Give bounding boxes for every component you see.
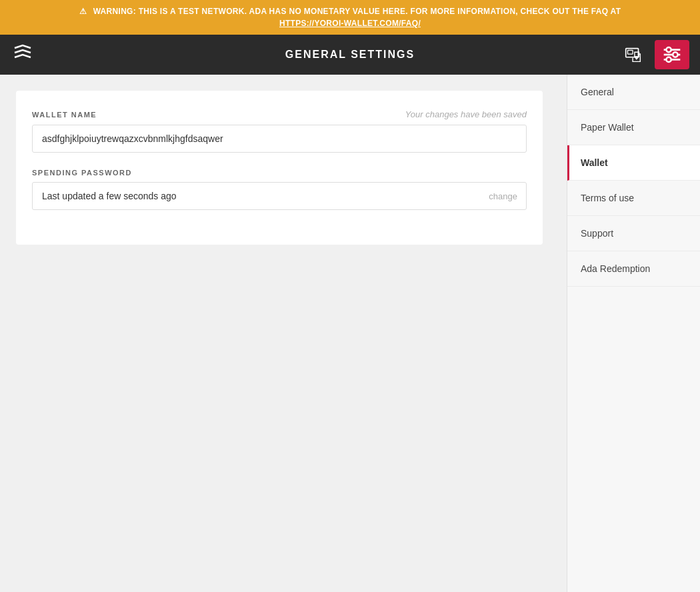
svg-point-7 xyxy=(666,47,671,52)
settings-card: WALLET NAME Your changes have been saved… xyxy=(16,91,543,245)
sidebar: General Paper Wallet Wallet Terms of use… xyxy=(567,75,700,592)
sidebar-item-support[interactable]: Support xyxy=(567,216,700,251)
logo xyxy=(11,41,35,69)
wallet-name-label: WALLET NAME xyxy=(32,111,97,119)
warning-icon: ⚠ xyxy=(79,7,87,16)
sidebar-item-wallet[interactable]: Wallet xyxy=(567,145,700,181)
sidebar-item-label: General xyxy=(581,87,614,97)
sidebar-item-label: Ada Redemption xyxy=(581,263,650,274)
sidebar-item-label: Support xyxy=(581,228,613,239)
settings-button[interactable] xyxy=(655,40,689,69)
sidebar-item-ada-redemption[interactable]: Ada Redemption xyxy=(567,251,700,287)
warning-banner: ⚠ WARNING: THIS IS A TEST NETWORK. ADA H… xyxy=(0,0,700,35)
spending-password-label: SPENDING PASSWORD xyxy=(32,169,132,177)
spending-password-group: SPENDING PASSWORD change xyxy=(32,169,527,210)
content-area: WALLET NAME Your changes have been saved… xyxy=(0,75,567,592)
sidebar-item-label: Wallet xyxy=(581,157,608,168)
password-field-wrapper: change xyxy=(32,182,527,210)
logo-icon xyxy=(11,41,35,69)
svg-rect-1 xyxy=(628,50,633,54)
spending-password-header: SPENDING PASSWORD xyxy=(32,169,527,177)
wallet-name-header: WALLET NAME Your changes have been saved xyxy=(32,109,527,119)
sidebar-item-label: Paper Wallet xyxy=(581,122,634,133)
warning-text: WARNING: THIS IS A TEST NETWORK. ADA HAS… xyxy=(93,7,621,16)
sidebar-item-label: Terms of use xyxy=(581,193,634,203)
saved-message: Your changes have been saved xyxy=(405,109,527,119)
navbar: GENERAL SETTINGS xyxy=(0,35,700,75)
main-layout: WALLET NAME Your changes have been saved… xyxy=(0,75,700,592)
warning-link[interactable]: HTTPS://YOROI-WALLET.COM/FAQ/ xyxy=(11,17,689,29)
page-title: GENERAL SETTINGS xyxy=(285,49,415,61)
svg-point-9 xyxy=(666,57,671,62)
sidebar-item-paper-wallet[interactable]: Paper Wallet xyxy=(567,110,700,145)
svg-point-8 xyxy=(673,52,677,57)
wallet-export-button[interactable] xyxy=(620,41,647,68)
navbar-actions xyxy=(620,40,689,69)
wallet-name-input[interactable] xyxy=(32,125,527,153)
spending-password-input xyxy=(32,182,527,210)
sidebar-item-general[interactable]: General xyxy=(567,75,700,110)
sidebar-item-terms[interactable]: Terms of use xyxy=(567,181,700,216)
wallet-name-group: WALLET NAME Your changes have been saved xyxy=(32,109,527,153)
change-password-button[interactable]: change xyxy=(489,191,517,201)
